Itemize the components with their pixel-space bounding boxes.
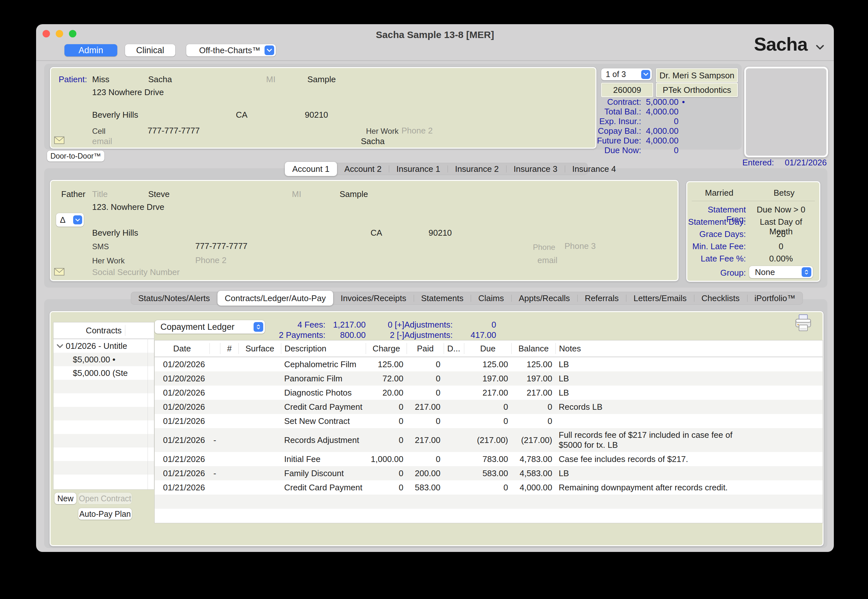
entered-label: Entered:	[742, 158, 774, 168]
open-contract-button[interactable]: Open Contract	[78, 493, 132, 504]
father-state-field[interactable]: CA	[371, 228, 382, 238]
father-email-field[interactable]: email	[538, 255, 557, 265]
ledger-view-selector[interactable]: Copayment Ledger	[155, 320, 265, 334]
patient-city-field[interactable]: Beverly Hills	[92, 110, 138, 120]
ledger-panel: Contracts 01/2026 - Untitle $5,000.00 • …	[50, 311, 823, 546]
patient-address-field[interactable]: 123 Nowhere Drive	[92, 87, 164, 97]
plus-adjustments-label: 0 [+]Adjustments:	[376, 320, 453, 330]
tab-claims[interactable]: Claims	[471, 292, 511, 305]
patient-id-field[interactable]: 260009	[601, 83, 653, 97]
patient-state-field[interactable]: CA	[236, 110, 248, 120]
entered-value: 01/21/2026	[785, 158, 827, 168]
patient-first-name-field[interactable]: Sacha	[148, 74, 172, 84]
cell-date: 01/21/2026	[155, 435, 209, 445]
tab-invoices-receipts[interactable]: Invoices/Receipts	[333, 292, 414, 305]
toolbar-divider	[36, 60, 834, 61]
tab-admin[interactable]: Admin	[65, 44, 117, 56]
father-ssn-field[interactable]: Social Security Number	[92, 267, 180, 277]
table-row[interactable]: 01/20/2026 Cephalometric Film 125.00 0 1…	[155, 357, 823, 372]
tab-letters-emails[interactable]: Letters/Emails	[626, 292, 694, 305]
tab-insurance-2[interactable]: Insurance 2	[448, 163, 506, 175]
father-last-name-field[interactable]: Sample	[339, 189, 368, 199]
cell-due: 197.00	[464, 374, 511, 384]
father-title-field[interactable]: Title	[92, 189, 108, 199]
table-row[interactable]: 01/20/2026 Diagnostic Photos 20.00 0 217…	[155, 385, 823, 400]
patient-photo-placeholder[interactable]	[744, 67, 828, 157]
col-paid: Paid	[407, 343, 444, 354]
cell-balance: 197.00	[511, 374, 556, 384]
patient-nickname-field[interactable]: Sacha	[361, 136, 385, 146]
cell-due: 0	[464, 402, 511, 412]
tab-checklists[interactable]: Checklists	[694, 292, 747, 305]
col-flag	[209, 343, 220, 354]
contract-row[interactable]: $5,000.00 •	[54, 353, 154, 366]
tab-insurance-1[interactable]: Insurance 1	[389, 163, 448, 175]
cell-due: 0	[464, 416, 511, 426]
practice-button[interactable]: PTek Orthodontics	[656, 83, 738, 97]
table-row[interactable]: 01/21/2026 - Records Adjustment 0 217.00…	[155, 428, 823, 452]
contract-group-row[interactable]: 01/2026 - Untitle	[54, 339, 154, 353]
patient-email-field[interactable]: email	[92, 136, 112, 146]
minimize-icon[interactable]	[56, 30, 63, 38]
patient-selector[interactable]: Sacha	[754, 33, 824, 55]
tab-clinical[interactable]: Clinical	[125, 44, 175, 56]
table-row[interactable]: 01/21/2026 Set New Contract 0 0 0 0	[155, 414, 823, 428]
father-zip-field[interactable]: 90210	[428, 228, 452, 238]
entered-row: Entered: 01/21/2026	[742, 158, 827, 168]
tab-insurance-3[interactable]: Insurance 3	[506, 163, 565, 175]
father-mi-field[interactable]: MI	[292, 189, 301, 199]
cell-balance: 4,783.00	[511, 454, 556, 464]
door-to-door-button[interactable]: Door-to-Door™	[47, 151, 104, 161]
new-contract-button[interactable]: New	[54, 493, 77, 504]
table-row[interactable]: 01/20/2026 Panoramic Film 72.00 0 197.00…	[155, 372, 823, 385]
delta-button[interactable]: Δ	[56, 213, 84, 227]
close-icon[interactable]	[42, 30, 50, 38]
tab-iportfolio[interactable]: iPortfolio™	[747, 292, 803, 305]
tab-status-notes-alerts[interactable]: Status/Notes/Alerts	[131, 292, 218, 305]
patient-panel: Patient: Miss Sacha MI Sample 123 Nowher…	[50, 67, 596, 149]
print-icon[interactable]	[794, 313, 812, 336]
chevron-down-icon	[264, 45, 274, 55]
group-selector[interactable]: None	[749, 266, 813, 278]
father-address-field[interactable]: 123. Nowhere Drve	[92, 202, 164, 212]
table-row[interactable]: 01/21/2026 Credit Card Payment 0 583.00 …	[155, 480, 823, 495]
contracts-header-divider	[125, 325, 125, 336]
email-icon[interactable]	[54, 136, 65, 146]
balance-label: Future Due:	[571, 136, 641, 145]
record-selector[interactable]: 1 of 3	[601, 68, 652, 80]
father-city-field[interactable]: Beverly Hills	[92, 228, 138, 238]
father-phone3-field[interactable]: Phone 3	[565, 241, 596, 251]
father-phone1-field[interactable]: 777-777-7777	[195, 241, 248, 251]
tab-insurance-4[interactable]: Insurance 4	[565, 163, 623, 175]
patient-mi-field[interactable]: MI	[266, 74, 275, 84]
cell-balance: 4,000.00	[511, 483, 556, 493]
father-first-name-field[interactable]: Steve	[148, 189, 170, 199]
tab-referrals[interactable]: Referrals	[577, 292, 626, 305]
chevron-down-icon[interactable]	[57, 344, 63, 348]
tab-appts-recalls[interactable]: Appts/Recalls	[511, 292, 577, 305]
patient-phone1-field[interactable]: 777-777-7777	[147, 126, 200, 136]
billing-label: Statement Freq:	[687, 205, 746, 214]
tab-statements[interactable]: Statements	[414, 292, 471, 305]
patient-salutation-field[interactable]: Miss	[92, 74, 109, 84]
table-row[interactable]: 01/21/2026 Initial Fee 1,000.00 0 783.00…	[155, 452, 823, 466]
tab-account-2[interactable]: Account 2	[337, 163, 389, 175]
table-row[interactable]: 01/21/2026 - Family Discount 0 200.00 58…	[155, 466, 823, 480]
father-phone2-field[interactable]: Phone 2	[195, 255, 227, 265]
off-the-charts-menu[interactable]: Off-the-Charts™	[186, 44, 276, 56]
col-date: Date	[155, 343, 209, 354]
zoom-icon[interactable]	[69, 30, 77, 38]
billing-panel: Married Betsy Statement Freq: Due Now > …	[686, 181, 820, 282]
patient-zip-field[interactable]: 90210	[305, 110, 328, 120]
contract-row[interactable]: $5,000.00 (Ste	[54, 366, 154, 380]
tab-contracts-ledger-autopay[interactable]: Contracts/Ledger/Auto-Pay	[218, 291, 333, 306]
tab-account-1[interactable]: Account 1	[285, 162, 337, 176]
patient-last-name-field[interactable]: Sample	[307, 74, 336, 84]
email-icon[interactable]	[54, 268, 65, 278]
table-row[interactable]: 01/20/2026 Credit Card Payment 0 217.00 …	[155, 400, 823, 414]
patient-phone2-field[interactable]: Phone 2	[401, 126, 433, 136]
contracts-scroll-divider[interactable]	[147, 339, 148, 489]
auto-pay-plan-button[interactable]: Auto-Pay Plan	[78, 508, 132, 520]
patient-label: Patient:	[59, 74, 87, 84]
doctor-button[interactable]: Dr. Meri S Sampson	[656, 68, 738, 83]
